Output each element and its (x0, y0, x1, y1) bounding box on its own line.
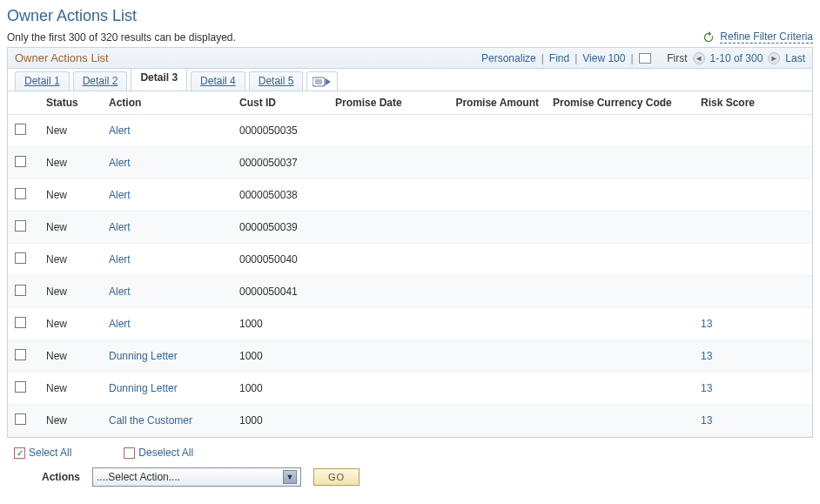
view-all-link[interactable]: View 100 (582, 52, 625, 64)
cell-promise-date (328, 373, 415, 405)
risk-score-link[interactable]: 13 (701, 318, 712, 330)
tab-detail-3[interactable]: Detail 3 (131, 68, 187, 91)
deselect-all-link[interactable]: Deselect All (124, 447, 193, 459)
checkbox-empty-icon (124, 447, 135, 459)
cell-promise-currency (546, 340, 694, 373)
tab-detail-1[interactable]: Detail 1 (15, 71, 70, 91)
cell-action-link[interactable]: Alert (109, 318, 131, 330)
go-button[interactable]: GO (313, 468, 360, 486)
cell-status: New (39, 179, 102, 212)
cell-promise-date (328, 115, 415, 147)
cell-custid: 0000050040 (232, 244, 328, 276)
tab-detail-5[interactable]: Detail 5 (249, 71, 304, 91)
table-row: NewDunning Letter100013 (8, 373, 812, 405)
col-status[interactable]: Status (39, 91, 102, 115)
row-checkbox[interactable] (15, 188, 26, 199)
row-checkbox[interactable] (15, 317, 26, 328)
cell-action-link[interactable]: Dunning Letter (109, 350, 178, 362)
risk-score-link[interactable]: 13 (701, 382, 712, 394)
risk-score-link[interactable]: 13 (701, 350, 712, 362)
nav-last[interactable]: Last (785, 52, 805, 64)
show-all-columns-icon[interactable] (306, 71, 338, 91)
row-checkbox[interactable] (15, 413, 26, 425)
row-checkbox[interactable] (15, 124, 26, 135)
cell-promise-currency (546, 308, 694, 340)
nav-first[interactable]: First (667, 52, 687, 64)
cell-promise-currency (546, 212, 694, 244)
cell-risk-score (694, 179, 812, 212)
cell-risk-score: 13 (694, 308, 812, 340)
risk-score-link[interactable]: 13 (701, 414, 712, 427)
cell-action-link[interactable]: Call the Customer (109, 414, 192, 427)
cell-promise-currency (546, 373, 694, 405)
cell-custid: 1000 (232, 340, 328, 373)
cell-action-link[interactable]: Dunning Letter (109, 382, 178, 394)
cell-risk-score: 13 (694, 373, 812, 405)
cell-risk-score (694, 244, 812, 276)
select-all-link[interactable]: Select All (14, 447, 71, 459)
row-checkbox[interactable] (15, 156, 26, 167)
table-row: NewAlert0000050038 (8, 179, 812, 212)
col-promise-date[interactable]: Promise Date (328, 91, 415, 115)
row-checkbox[interactable] (15, 220, 26, 232)
cell-risk-score (694, 147, 812, 179)
cell-custid: 0000050038 (232, 179, 328, 212)
cell-action-link[interactable]: Alert (109, 157, 131, 169)
cell-promise-amount (415, 405, 546, 437)
cell-promise-amount (415, 179, 546, 212)
grid-title: Owner Actions List (15, 51, 109, 64)
tab-detail-2[interactable]: Detail 2 (73, 71, 128, 91)
next-page-icon[interactable]: ► (768, 52, 780, 64)
cell-status: New (39, 147, 102, 179)
cell-promise-amount (415, 308, 546, 340)
cell-risk-score (694, 212, 812, 244)
row-checkbox[interactable] (15, 381, 26, 393)
actions-select[interactable]: ....Select Action.... ▼ (92, 467, 301, 487)
cell-risk-score: 13 (694, 340, 812, 373)
table-row: NewAlert0000050037 (8, 147, 812, 179)
actions-label: Actions (42, 471, 80, 483)
cell-promise-date (328, 147, 415, 179)
row-checkbox[interactable] (15, 349, 26, 360)
cell-action-link[interactable]: Alert (109, 253, 131, 265)
cell-promise-date (328, 179, 415, 212)
cell-risk-score (694, 276, 812, 308)
row-checkbox[interactable] (15, 285, 26, 296)
refine-filter-link[interactable]: Refine Filter Criteria (720, 30, 813, 44)
select-all-label: Select All (29, 447, 71, 459)
col-promise-currency[interactable]: Promise Currency Code (546, 91, 694, 115)
nav-range[interactable]: 1-10 of 300 (710, 52, 763, 64)
col-risk-score[interactable]: Risk Score (694, 91, 812, 115)
cell-promise-date (328, 276, 415, 308)
cell-action-link[interactable]: Alert (109, 189, 131, 201)
cell-action-link[interactable]: Alert (109, 221, 131, 233)
cell-promise-date (328, 308, 415, 340)
table-row: NewCall the Customer100013 (8, 405, 812, 437)
table-row: NewAlert0000050035 (8, 115, 812, 147)
table-row: NewAlert0000050039 (8, 212, 812, 244)
cell-action-link[interactable]: Alert (109, 124, 131, 137)
tab-detail-4[interactable]: Detail 4 (191, 71, 245, 91)
cell-promise-amount (415, 244, 546, 276)
col-action[interactable]: Action (102, 91, 232, 115)
col-custid[interactable]: Cust ID (232, 91, 328, 115)
cell-custid: 0000050039 (232, 212, 328, 244)
cell-status: New (39, 308, 102, 340)
cell-promise-currency (546, 179, 694, 212)
owner-actions-grid: Owner Actions List Personalize | Find | … (7, 47, 813, 438)
cell-promise-amount (415, 373, 546, 405)
cell-action-link[interactable]: Alert (109, 286, 131, 298)
prev-page-icon[interactable]: ◄ (693, 52, 705, 64)
col-promise-amount[interactable]: Promise Amount (415, 91, 546, 115)
personalize-link[interactable]: Personalize (481, 52, 536, 64)
cell-promise-date (328, 212, 415, 244)
cell-promise-date (328, 244, 415, 276)
cell-status: New (39, 244, 102, 276)
spreadsheet-icon[interactable] (639, 53, 651, 64)
refresh-icon[interactable] (702, 31, 715, 44)
cell-status: New (39, 212, 102, 244)
cell-custid: 1000 (232, 308, 328, 340)
find-link[interactable]: Find (549, 52, 569, 64)
table-row: NewAlert0000050041 (8, 276, 812, 308)
row-checkbox[interactable] (15, 252, 26, 264)
